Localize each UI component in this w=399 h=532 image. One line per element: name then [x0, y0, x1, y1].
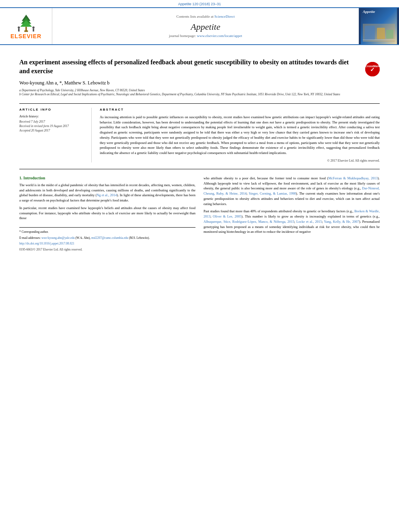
sciencedirect-link[interactable]: ScienceDirect — [214, 14, 234, 18]
crossmark-icon: ✓ CrossMark — [365, 62, 380, 76]
ref-yang2007[interactable]: Yang, Kelly, & He, 2007 — [324, 220, 359, 224]
top-bar: Appetite 120 (2018) 23–31 — [0, 0, 399, 7]
body-content: 1. Introduction The world is in the mids… — [19, 176, 380, 251]
affiliation-a: a Department of Psychology, Yale Univers… — [19, 88, 380, 93]
received-revised-date: Received in revised form 19 August 2017 — [19, 124, 86, 128]
svg-rect-8 — [33, 29, 34, 31]
contents-available-text: Contents lists available at ScienceDirec… — [177, 14, 235, 18]
main-content: ✓ CrossMark An experiment assessing effe… — [0, 45, 399, 258]
affiliation-b: b Center for Research on Ethical, Legal … — [19, 92, 380, 97]
authors-line: Woo-kyoung Ahn a, *, Matthew S. Lebowitz… — [19, 80, 380, 86]
svg-rect-6 — [18, 29, 20, 31]
received-date: Received 7 July 2017 — [19, 120, 86, 123]
doi-link[interactable]: http://dx.doi.org/10.1016/j.appet.2017.0… — [19, 242, 74, 245]
elsevier-logo: ELSEVIER — [10, 13, 41, 39]
corresponding-author-note: * Corresponding author. — [19, 230, 195, 234]
cover-title-text: Appetite — [363, 10, 375, 14]
svg-rect-10 — [365, 26, 375, 40]
journal-homepage: journal homepage: www.elsevier.com/locat… — [169, 34, 242, 38]
issn-line: 0195-6663/© 2017 Elsevier Ltd. All right… — [19, 248, 195, 251]
ref-ng2014[interactable]: Ng et al., 2014 — [97, 193, 117, 197]
info-abstract-section: ARTICLE INFO Article history: Received 7… — [19, 103, 380, 162]
body-left-col: 1. Introduction The world is in the mids… — [19, 176, 195, 251]
email-footnote: E-mail addresses: woo-kyoung.ahn@yale.ed… — [19, 236, 195, 240]
intro-paragraph-2: In particular, recent studies have exami… — [19, 205, 195, 221]
appetite-cover-art: Appetite — [361, 8, 397, 44]
elsevier-logo-section: ELSEVIER — [0, 8, 52, 44]
abstract-header: ABSTRACT — [100, 108, 380, 111]
email-1-link[interactable]: woo-kyoung.ahn@yale.edu — [41, 236, 76, 240]
article-history-label: Article history: — [19, 115, 86, 118]
ref-mcferran2013[interactable]: McFerran & Mukhopadhyay, 2013 — [328, 176, 378, 180]
ref-albuquerque2015[interactable]: Albuquerque, Stice, Rodríguez-López, Man… — [204, 220, 294, 224]
ref-oliver2005[interactable]: Oliver & Lee, 2005 — [213, 214, 241, 218]
ref-singer1998[interactable]: Singer, Corning, & Lamias, 1998 — [249, 191, 296, 195]
body-right-col: who attribute obesity to a poor diet, be… — [204, 176, 380, 251]
journal-title-display: Appetite — [191, 22, 220, 32]
abstract-text: As increasing attention is paid to possi… — [100, 115, 380, 156]
elsevier-tree-icon — [14, 13, 38, 33]
article-info-panel: ARTICLE INFO Article history: Received 7… — [19, 108, 92, 162]
section-divider — [19, 169, 380, 169]
footnotes-section: * Corresponding author. E-mail addresses… — [19, 227, 195, 251]
intro-section-title: 1. Introduction — [19, 176, 195, 180]
svg-text:CrossMark: CrossMark — [365, 65, 380, 68]
homepage-url[interactable]: www.elsevier.com/locate/appet — [197, 34, 242, 38]
article-title: An experiment assessing effects of perso… — [19, 58, 380, 76]
svg-point-7 — [32, 27, 34, 29]
cover-art-svg — [363, 24, 395, 42]
intro-paragraph-1: The world is in the midst of a global pa… — [19, 183, 195, 203]
doi-line: http://dx.doi.org/10.1016/j.appet.2017.0… — [19, 242, 195, 246]
ref-locke2015[interactable]: Locke et al., 2015 — [296, 220, 322, 224]
article-info-header: ARTICLE INFO — [19, 108, 86, 111]
citation-text: Appetite 120 (2018) 23–31 — [178, 2, 221, 6]
affiliations: a Department of Psychology, Yale Univers… — [19, 88, 380, 97]
svg-point-5 — [18, 27, 20, 29]
right-paragraph-2: Past studies found that more than 40% of… — [204, 209, 380, 234]
crossmark-badge: ✓ CrossMark — [365, 62, 380, 76]
abstract-panel: ABSTRACT As increasing attention is paid… — [100, 108, 380, 162]
accepted-date: Accepted 20 August 2017 — [19, 129, 86, 132]
email-2-link[interactable]: msl2207@cumc.columbia.edu — [91, 236, 129, 240]
copyright-line: © 2017 Elsevier Ltd. All rights reserved… — [100, 159, 380, 162]
journal-cover-image: Appetite — [359, 8, 399, 44]
right-paragraph-1: who attribute obesity to a poor diet, be… — [204, 176, 380, 207]
svg-rect-11 — [377, 28, 385, 39]
svg-rect-12 — [386, 30, 393, 39]
journal-header: ELSEVIER Contents lists available at Sci… — [0, 7, 399, 45]
elsevier-brand-text: ELSEVIER — [10, 33, 41, 39]
svg-rect-1 — [25, 27, 27, 31]
journal-info-middle: Contents lists available at ScienceDirec… — [52, 8, 359, 44]
